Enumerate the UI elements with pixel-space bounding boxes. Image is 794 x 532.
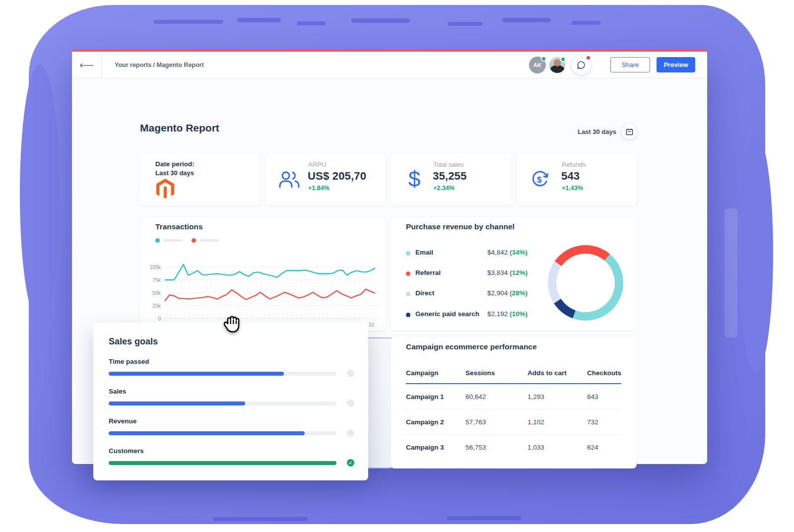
refund-icon: $ (529, 169, 551, 189)
topbar: ⟵ Your reports / Magento Report AK Share (72, 52, 707, 78)
revenue-by-channel-panel: Purchase revenue by channel Email $4,842… (391, 217, 637, 331)
channel-label: Referral (415, 269, 441, 276)
transactions-chart: 100k 75k 50k 25k 0 01 02 (140, 249, 386, 331)
chat-bubble-icon (576, 60, 586, 70)
channel-label: Email (415, 249, 433, 256)
channel-dot (406, 271, 410, 276)
date-range-picker[interactable]: Last 30 days (578, 124, 637, 139)
users-icon (277, 169, 300, 189)
channel-value: $2,904 (28%) (487, 289, 528, 297)
campaign-table-header: Campaign Sessions Adds to cart Checkouts (406, 369, 621, 384)
revenue-by-channel-title: Purchase revenue by channel (406, 222, 515, 231)
campaign-table: Campaign Sessions Adds to cart Checkouts… (406, 369, 621, 460)
date-range-label: Last 30 days (578, 128, 616, 135)
channel-value: $3,834 (12%) (487, 269, 528, 276)
goal-row: ✓ (109, 459, 354, 466)
col-sessions: Sessions (465, 369, 528, 377)
progress-bar (109, 372, 336, 376)
paint-streak (502, 18, 551, 22)
paint-streak (572, 21, 600, 25)
progress-bar (109, 431, 336, 435)
goal-row (109, 399, 354, 407)
goal-label: Time passed (109, 358, 354, 365)
stat-value: 35,255 (433, 170, 467, 183)
goal-label: Customers (109, 447, 354, 455)
goal-status-circle (347, 399, 354, 407)
red-series-dot (192, 238, 196, 243)
table-row: Campaign 2 57,763 1,102 732 (406, 409, 621, 435)
progress-bar (109, 461, 336, 465)
table-row: Campaign 1 60,642 1,293 843 (406, 384, 621, 409)
channel-row: Direct $2,904 (28%) (406, 289, 545, 299)
calendar-icon[interactable] (622, 124, 637, 139)
col-adds-to-cart: Adds to cart (528, 369, 587, 377)
avatar-initials[interactable]: AK (529, 57, 546, 73)
goal-label: Sales (109, 388, 354, 395)
stat-delta: +1.43% (562, 185, 583, 192)
avatar-initials-label: AK (533, 62, 541, 68)
card-refunds: $ Refunds 543 +1.43% (517, 153, 637, 205)
channel-value: $2,192 (10%) (487, 310, 528, 318)
col-campaign: Campaign (406, 369, 465, 377)
stat-label: Total sales (433, 161, 463, 168)
svg-text:$: $ (537, 175, 542, 185)
transactions-title: Transactions (155, 222, 203, 231)
online-status-dot (560, 57, 566, 62)
transactions-panel: Transactions 100k 75k 50k 25k 0 (140, 217, 386, 331)
teal-series-dot (155, 238, 160, 243)
paint-streak (725, 208, 737, 337)
dollar-icon: $ (403, 168, 426, 190)
channel-row: Generic paid search $2,192 (10%) (406, 310, 545, 320)
goal-status-circle (347, 429, 354, 437)
channel-row: Referral $3,834 (12%) (406, 269, 545, 279)
preview-button[interactable]: Preview (657, 57, 695, 72)
sales-goals-card[interactable]: Sales goals Time passed Sales Revenue Cu… (93, 323, 368, 480)
notification-dot (586, 55, 591, 61)
card-arpu: ARPU US$ 205,70 +1.84% (265, 153, 386, 205)
red-line-series (165, 289, 375, 301)
col-checkouts: Checkouts (587, 369, 621, 377)
progress-bar (109, 401, 336, 405)
card-total-sales: $ Total sales 35,255 +2.34% (391, 153, 512, 205)
paint-streak (297, 21, 326, 25)
paint-streak (237, 18, 281, 22)
topbar-actions: AK Share Preview (529, 56, 707, 74)
grab-hand-cursor (219, 310, 246, 337)
channel-row: Email $4,842 (34%) (406, 249, 545, 259)
chat-button[interactable] (572, 56, 591, 74)
transactions-legend (155, 238, 219, 243)
channel-dot (406, 313, 410, 317)
avatar-photo[interactable] (549, 57, 566, 73)
channel-label: Direct (415, 289, 434, 297)
date-period-value: Last 30 days (155, 169, 194, 177)
goal-label: Revenue (109, 417, 354, 425)
stat-delta: +1.84% (308, 185, 330, 192)
stat-value: 543 (561, 170, 580, 183)
legend-placeholder (164, 239, 183, 242)
paint-streak (351, 18, 410, 23)
online-status-dot (541, 56, 546, 62)
share-button[interactable]: Share (610, 57, 650, 72)
goal-row (109, 429, 354, 437)
stat-value: US$ 205,70 (308, 170, 366, 183)
paint-streak (448, 22, 482, 26)
goal-row (109, 370, 354, 377)
paint-streak (154, 20, 223, 24)
campaign-performance-panel: Campaign ecommerce performance Campaign … (391, 337, 637, 468)
card-date-period: Date period: Last 30 days (140, 153, 261, 205)
channel-label: Generic paid search (415, 310, 479, 318)
back-button[interactable]: ⟵ (72, 52, 102, 78)
arrow-left-icon: ⟵ (79, 60, 94, 70)
date-period-title: Date period: (155, 160, 195, 168)
channel-dot (406, 251, 410, 256)
page-title: Magento Report (140, 122, 219, 134)
paint-streak (447, 516, 521, 520)
table-row: Campaign 3 56,753 1,033 624 (406, 435, 621, 460)
goal-status-circle (347, 370, 354, 377)
donut-chart (548, 245, 623, 321)
channel-value: $4,842 (34%) (487, 249, 528, 256)
channel-dot (406, 292, 410, 296)
screenshot-stage: ⟵ Your reports / Magento Report AK Share (0, 0, 794, 532)
campaign-performance-title: Campaign ecommerce performance (406, 342, 537, 351)
paint-streak (213, 517, 308, 521)
